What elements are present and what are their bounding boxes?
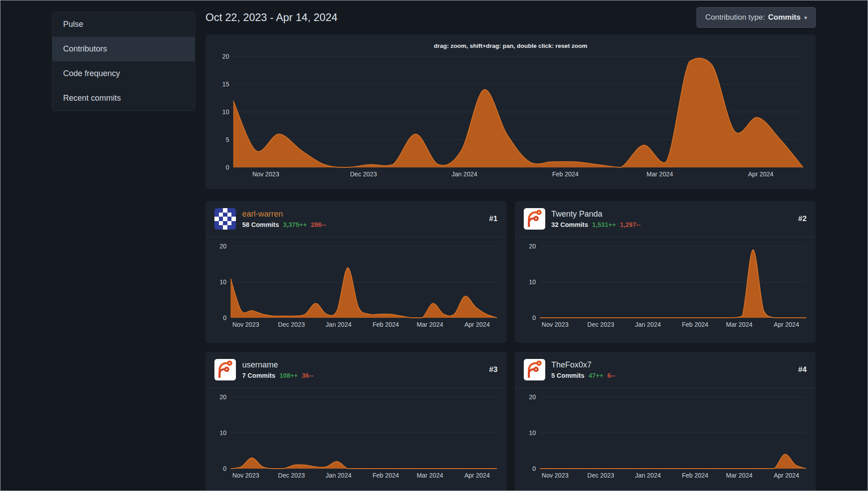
contributor-stats: 7 Commits 108++ 36-- (242, 372, 483, 379)
sidebar-item-code-frequency[interactable]: Code frequency (52, 61, 195, 86)
svg-text:Mar 2024: Mar 2024 (417, 321, 443, 328)
svg-text:Nov 2023: Nov 2023 (252, 171, 279, 178)
contributor-card-3: username 7 Commits 108++ 36-- #3 01020No… (205, 352, 507, 491)
deletions-count: 1,297-- (620, 221, 641, 228)
chevron-down-icon: ▾ (804, 14, 807, 21)
forgejo-logo-avatar[interactable] (214, 359, 236, 380)
svg-text:Dec 2023: Dec 2023 (278, 472, 305, 479)
zoom-hint-text: drag: zoom, shift+drag: pan, double clic… (214, 40, 808, 51)
contributor-stats: 58 Commits 3,375++ 286-- (242, 221, 483, 228)
svg-text:Dec 2023: Dec 2023 (350, 171, 377, 178)
contributors-page: Oct 22, 2023 - Apr 14, 2024 Contribution… (205, 0, 816, 491)
commit-count: 7 Commits (242, 372, 275, 379)
contributor-card-header: username 7 Commits 108++ 36-- #3 (205, 352, 507, 388)
svg-text:Feb 2024: Feb 2024 (372, 321, 399, 328)
svg-text:Jan 2024: Jan 2024 (635, 472, 661, 479)
contribution-type-dropdown[interactable]: Contribution type: Commits ▾ (697, 7, 816, 28)
svg-text:Jan 2024: Jan 2024 (452, 171, 478, 178)
svg-text:Mar 2024: Mar 2024 (646, 171, 673, 178)
svg-text:Mar 2024: Mar 2024 (417, 472, 443, 479)
overview-chart-panel: drag: zoom, shift+drag: pan, double clic… (205, 34, 816, 189)
additions-count: 47++ (589, 372, 603, 379)
additions-count: 3,375++ (283, 221, 307, 228)
sidebar-item-recent-commits[interactable]: Recent commits (52, 86, 195, 111)
svg-text:0: 0 (532, 314, 536, 321)
svg-text:Dec 2023: Dec 2023 (278, 321, 305, 328)
svg-text:Apr 2024: Apr 2024 (774, 472, 799, 479)
svg-text:0: 0 (226, 164, 229, 171)
svg-text:Apr 2024: Apr 2024 (774, 321, 799, 328)
svg-text:Dec 2023: Dec 2023 (587, 472, 614, 479)
contributor-name-link[interactable]: TheFox0x7 (552, 360, 792, 370)
svg-text:Dec 2023: Dec 2023 (587, 321, 614, 328)
contributor-name-link[interactable]: username (242, 360, 483, 370)
svg-text:Nov 2023: Nov 2023 (542, 321, 569, 328)
svg-text:Feb 2024: Feb 2024 (552, 171, 578, 178)
date-range-title: Oct 22, 2023 - Apr 14, 2024 (205, 11, 338, 24)
contributor-cards-row-1: earl-warren 58 Commits 3,375++ 286-- #1 … (205, 201, 816, 343)
svg-text:10: 10 (529, 429, 536, 436)
svg-text:20: 20 (529, 393, 536, 401)
svg-text:Nov 2023: Nov 2023 (542, 472, 569, 479)
svg-text:10: 10 (219, 429, 227, 436)
svg-text:0: 0 (223, 314, 227, 321)
contributor-card-header: earl-warren 58 Commits 3,375++ 286-- #1 (205, 201, 507, 237)
contributor-card-2: Twenty Panda 32 Commits 1,531++ 1,297-- … (515, 201, 816, 343)
commit-count: 58 Commits (242, 221, 279, 228)
activity-sidebar: Pulse Contributors Code frequency Recent… (52, 12, 195, 491)
contributor-card-header: TheFox0x7 5 Commits 47++ 6-- #4 (515, 352, 816, 388)
contributor-name-link[interactable]: earl-warren (242, 209, 483, 219)
svg-text:Apr 2024: Apr 2024 (464, 321, 490, 328)
contributor-rank-badge: #2 (798, 214, 807, 223)
contributor-card-header: Twenty Panda 32 Commits 1,531++ 1,297-- … (515, 201, 816, 237)
contributor-commits-chart[interactable]: 01020Nov 2023Dec 2023Jan 2024Feb 2024Mar… (520, 241, 811, 330)
commits-overview-chart[interactable]: 05101520Nov 2023Dec 2023Jan 2024Feb 2024… (214, 51, 808, 180)
forgejo-logo-avatar[interactable] (524, 359, 545, 380)
contribution-type-label: Contribution type: (705, 13, 765, 22)
identicon-avatar[interactable] (214, 208, 236, 230)
activity-menu: Pulse Contributors Code frequency Recent… (52, 12, 195, 111)
svg-text:5: 5 (226, 136, 229, 143)
svg-text:Feb 2024: Feb 2024 (682, 472, 708, 479)
svg-text:Feb 2024: Feb 2024 (682, 321, 708, 328)
svg-text:Apr 2024: Apr 2024 (748, 171, 774, 178)
svg-text:Apr 2024: Apr 2024 (464, 472, 490, 479)
sidebar-item-pulse[interactable]: Pulse (52, 12, 195, 37)
svg-text:10: 10 (219, 278, 227, 286)
svg-text:Jan 2024: Jan 2024 (326, 321, 352, 328)
contribution-type-value: Commits (768, 13, 801, 22)
contributor-card-1: earl-warren 58 Commits 3,375++ 286-- #1 … (205, 201, 507, 343)
svg-text:Feb 2024: Feb 2024 (372, 472, 399, 479)
svg-text:15: 15 (222, 81, 229, 88)
contributor-commits-chart[interactable]: 01020Nov 2023Dec 2023Jan 2024Feb 2024Mar… (520, 392, 811, 481)
contributor-name-link[interactable]: Twenty Panda (552, 209, 792, 219)
contributor-stats: 5 Commits 47++ 6-- (552, 372, 792, 379)
svg-text:0: 0 (223, 465, 227, 472)
forgejo-logo-avatar[interactable] (524, 208, 545, 230)
commit-count: 5 Commits (552, 372, 585, 379)
deletions-count: 36-- (302, 372, 313, 379)
deletions-count: 6-- (607, 372, 616, 379)
svg-text:Nov 2023: Nov 2023 (232, 321, 259, 328)
svg-text:Jan 2024: Jan 2024 (326, 472, 352, 479)
contributor-commits-chart[interactable]: 01020Nov 2023Dec 2023Jan 2024Feb 2024Mar… (211, 392, 501, 481)
svg-text:Mar 2024: Mar 2024 (726, 472, 752, 479)
additions-count: 108++ (279, 372, 298, 379)
svg-text:20: 20 (219, 243, 227, 250)
contributor-card-4: TheFox0x7 5 Commits 47++ 6-- #4 01020Nov… (515, 352, 816, 491)
svg-text:Jan 2024: Jan 2024 (635, 321, 661, 328)
svg-text:10: 10 (529, 278, 536, 286)
contributor-rank-badge: #3 (489, 365, 498, 374)
svg-text:0: 0 (532, 465, 536, 472)
contributor-rank-badge: #1 (489, 214, 498, 223)
svg-text:20: 20 (529, 243, 536, 250)
contributor-commits-chart[interactable]: 01020Nov 2023Dec 2023Jan 2024Feb 2024Mar… (211, 241, 501, 330)
additions-count: 1,531++ (592, 221, 616, 228)
deletions-count: 286-- (311, 221, 326, 228)
sidebar-item-contributors[interactable]: Contributors (52, 37, 195, 61)
contributor-cards-row-2: username 7 Commits 108++ 36-- #3 01020No… (205, 352, 816, 491)
commit-count: 32 Commits (552, 221, 588, 228)
svg-text:Mar 2024: Mar 2024 (726, 321, 752, 328)
svg-text:20: 20 (219, 393, 227, 401)
svg-text:20: 20 (222, 53, 229, 60)
